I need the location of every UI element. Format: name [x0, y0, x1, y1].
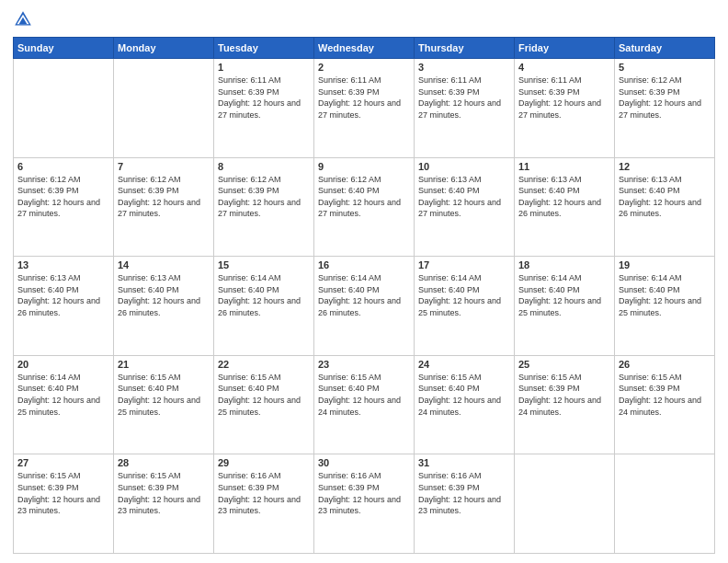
- day-info: Sunrise: 6:12 AM Sunset: 6:39 PM Dayligh…: [17, 174, 109, 220]
- day-info: Sunrise: 6:15 AM Sunset: 6:40 PM Dayligh…: [318, 372, 410, 418]
- calendar-cell: 5Sunrise: 6:12 AM Sunset: 6:39 PM Daylig…: [615, 59, 715, 158]
- calendar-cell: 17Sunrise: 6:14 AM Sunset: 6:40 PM Dayli…: [415, 257, 515, 356]
- day-number: 2: [318, 62, 410, 73]
- day-info: Sunrise: 6:15 AM Sunset: 6:39 PM Dayligh…: [118, 470, 210, 516]
- calendar-cell: 30Sunrise: 6:16 AM Sunset: 6:39 PM Dayli…: [314, 454, 415, 554]
- logo-icon: [13, 9, 33, 29]
- weekday-header-row: Sunday Monday Tuesday Wednesday Thursday…: [14, 38, 715, 59]
- day-number: 23: [318, 359, 410, 370]
- calendar-cell: 27Sunrise: 6:15 AM Sunset: 6:39 PM Dayli…: [14, 454, 114, 554]
- header-friday: Friday: [515, 38, 615, 59]
- calendar-cell: 28Sunrise: 6:15 AM Sunset: 6:39 PM Dayli…: [114, 454, 214, 554]
- calendar-cell: 4Sunrise: 6:11 AM Sunset: 6:39 PM Daylig…: [515, 59, 615, 158]
- day-info: Sunrise: 6:15 AM Sunset: 6:39 PM Dayligh…: [17, 470, 109, 516]
- calendar-cell: 3Sunrise: 6:11 AM Sunset: 6:39 PM Daylig…: [415, 59, 515, 158]
- calendar-cell: 12Sunrise: 6:13 AM Sunset: 6:40 PM Dayli…: [615, 157, 715, 257]
- day-info: Sunrise: 6:12 AM Sunset: 6:39 PM Dayligh…: [118, 174, 210, 220]
- day-info: Sunrise: 6:12 AM Sunset: 6:40 PM Dayligh…: [318, 174, 410, 220]
- header-saturday: Saturday: [615, 38, 715, 59]
- day-info: Sunrise: 6:14 AM Sunset: 6:40 PM Dayligh…: [518, 272, 610, 318]
- calendar-week-row: 20Sunrise: 6:14 AM Sunset: 6:40 PM Dayli…: [14, 355, 715, 454]
- day-info: Sunrise: 6:16 AM Sunset: 6:39 PM Dayligh…: [418, 470, 510, 516]
- day-info: Sunrise: 6:13 AM Sunset: 6:40 PM Dayligh…: [518, 174, 610, 220]
- day-number: 1: [218, 62, 310, 73]
- day-number: 15: [218, 259, 310, 270]
- day-number: 8: [218, 161, 310, 172]
- day-number: 16: [318, 259, 410, 270]
- header: [13, 9, 715, 29]
- header-sunday: Sunday: [14, 38, 114, 59]
- day-number: 26: [619, 359, 711, 370]
- day-number: 29: [218, 457, 310, 468]
- day-info: Sunrise: 6:14 AM Sunset: 6:40 PM Dayligh…: [318, 272, 410, 318]
- calendar-cell: 31Sunrise: 6:16 AM Sunset: 6:39 PM Dayli…: [415, 454, 515, 554]
- calendar-cell: 18Sunrise: 6:14 AM Sunset: 6:40 PM Dayli…: [515, 257, 615, 356]
- calendar-cell: 13Sunrise: 6:13 AM Sunset: 6:40 PM Dayli…: [14, 257, 114, 356]
- day-info: Sunrise: 6:11 AM Sunset: 6:39 PM Dayligh…: [218, 75, 310, 121]
- day-number: 22: [218, 359, 310, 370]
- day-number: 28: [118, 457, 210, 468]
- calendar-cell: 25Sunrise: 6:15 AM Sunset: 6:39 PM Dayli…: [515, 355, 615, 454]
- calendar-cell: 26Sunrise: 6:15 AM Sunset: 6:39 PM Dayli…: [615, 355, 715, 454]
- calendar-cell: 15Sunrise: 6:14 AM Sunset: 6:40 PM Dayli…: [214, 257, 314, 356]
- calendar-cell: 14Sunrise: 6:13 AM Sunset: 6:40 PM Dayli…: [114, 257, 214, 356]
- day-number: 25: [518, 359, 610, 370]
- logo: [13, 9, 37, 29]
- calendar-cell: [615, 454, 715, 554]
- day-number: 11: [518, 161, 610, 172]
- day-info: Sunrise: 6:11 AM Sunset: 6:39 PM Dayligh…: [518, 75, 610, 121]
- day-info: Sunrise: 6:14 AM Sunset: 6:40 PM Dayligh…: [619, 272, 711, 318]
- day-number: 17: [418, 259, 510, 270]
- day-info: Sunrise: 6:16 AM Sunset: 6:39 PM Dayligh…: [218, 470, 310, 516]
- day-number: 10: [418, 161, 510, 172]
- day-info: Sunrise: 6:11 AM Sunset: 6:39 PM Dayligh…: [418, 75, 510, 121]
- day-number: 14: [118, 259, 210, 270]
- day-info: Sunrise: 6:11 AM Sunset: 6:39 PM Dayligh…: [318, 75, 410, 121]
- day-number: 5: [619, 62, 711, 73]
- day-info: Sunrise: 6:14 AM Sunset: 6:40 PM Dayligh…: [418, 272, 510, 318]
- day-info: Sunrise: 6:15 AM Sunset: 6:39 PM Dayligh…: [518, 372, 610, 418]
- day-number: 6: [17, 161, 109, 172]
- day-number: 31: [418, 457, 510, 468]
- calendar-cell: 23Sunrise: 6:15 AM Sunset: 6:40 PM Dayli…: [314, 355, 415, 454]
- calendar-week-row: 27Sunrise: 6:15 AM Sunset: 6:39 PM Dayli…: [14, 454, 715, 554]
- calendar-cell: 2Sunrise: 6:11 AM Sunset: 6:39 PM Daylig…: [314, 59, 415, 158]
- day-info: Sunrise: 6:14 AM Sunset: 6:40 PM Dayligh…: [17, 372, 109, 418]
- day-number: 3: [418, 62, 510, 73]
- day-info: Sunrise: 6:13 AM Sunset: 6:40 PM Dayligh…: [17, 272, 109, 318]
- day-info: Sunrise: 6:14 AM Sunset: 6:40 PM Dayligh…: [218, 272, 310, 318]
- day-number: 30: [318, 457, 410, 468]
- day-number: 21: [118, 359, 210, 370]
- calendar-cell: [114, 59, 214, 158]
- calendar-cell: 16Sunrise: 6:14 AM Sunset: 6:40 PM Dayli…: [314, 257, 415, 356]
- calendar-cell: 20Sunrise: 6:14 AM Sunset: 6:40 PM Dayli…: [14, 355, 114, 454]
- page: Sunday Monday Tuesday Wednesday Thursday…: [0, 0, 728, 563]
- day-info: Sunrise: 6:16 AM Sunset: 6:39 PM Dayligh…: [318, 470, 410, 516]
- calendar-week-row: 6Sunrise: 6:12 AM Sunset: 6:39 PM Daylig…: [14, 157, 715, 257]
- calendar-cell: 6Sunrise: 6:12 AM Sunset: 6:39 PM Daylig…: [14, 157, 114, 257]
- calendar-cell: 29Sunrise: 6:16 AM Sunset: 6:39 PM Dayli…: [214, 454, 314, 554]
- calendar-week-row: 13Sunrise: 6:13 AM Sunset: 6:40 PM Dayli…: [14, 257, 715, 356]
- day-number: 9: [318, 161, 410, 172]
- calendar-cell: 24Sunrise: 6:15 AM Sunset: 6:40 PM Dayli…: [415, 355, 515, 454]
- calendar-cell: 11Sunrise: 6:13 AM Sunset: 6:40 PM Dayli…: [515, 157, 615, 257]
- calendar-week-row: 1Sunrise: 6:11 AM Sunset: 6:39 PM Daylig…: [14, 59, 715, 158]
- day-number: 19: [619, 259, 711, 270]
- calendar-cell: [14, 59, 114, 158]
- day-number: 13: [17, 259, 109, 270]
- day-info: Sunrise: 6:12 AM Sunset: 6:39 PM Dayligh…: [218, 174, 310, 220]
- day-info: Sunrise: 6:15 AM Sunset: 6:40 PM Dayligh…: [118, 372, 210, 418]
- day-number: 4: [518, 62, 610, 73]
- calendar-cell: 10Sunrise: 6:13 AM Sunset: 6:40 PM Dayli…: [415, 157, 515, 257]
- calendar-cell: [515, 454, 615, 554]
- header-tuesday: Tuesday: [214, 38, 314, 59]
- day-info: Sunrise: 6:13 AM Sunset: 6:40 PM Dayligh…: [118, 272, 210, 318]
- day-number: 7: [118, 161, 210, 172]
- calendar-table: Sunday Monday Tuesday Wednesday Thursday…: [13, 37, 715, 554]
- day-number: 24: [418, 359, 510, 370]
- header-wednesday: Wednesday: [314, 38, 415, 59]
- calendar-cell: 8Sunrise: 6:12 AM Sunset: 6:39 PM Daylig…: [214, 157, 314, 257]
- day-number: 12: [619, 161, 711, 172]
- day-info: Sunrise: 6:15 AM Sunset: 6:40 PM Dayligh…: [218, 372, 310, 418]
- calendar-cell: 1Sunrise: 6:11 AM Sunset: 6:39 PM Daylig…: [214, 59, 314, 158]
